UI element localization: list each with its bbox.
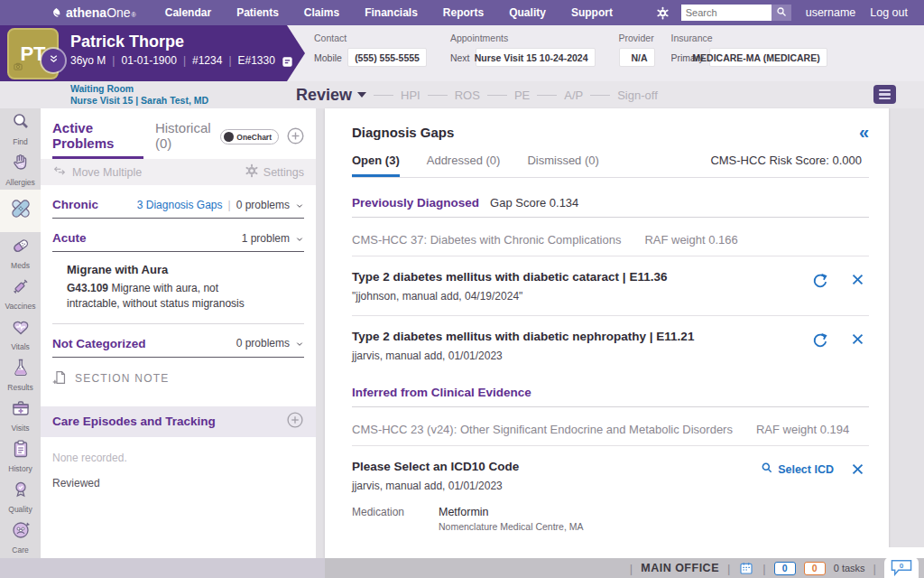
sidebar-item-vitals[interactable]: Vitals (0, 313, 41, 354)
gap-item-title: Please Select an ICD10 Code (352, 460, 761, 473)
step-review[interactable]: Review (296, 86, 366, 105)
move-multiple-button[interactable]: Move Multiple (52, 164, 142, 180)
sidebar-item-history[interactable]: History (0, 435, 41, 476)
problems-toolbar: Move Multiple Settings (41, 159, 316, 185)
appointments-section-label: Appointments (450, 33, 596, 43)
patient-name[interactable]: Patrick Thorpe (70, 33, 293, 51)
readdress-gap-button[interactable] (811, 272, 828, 292)
nav-claims[interactable]: Claims (291, 6, 352, 19)
cms-hcc-risk-score: CMS-HCC Risk Score: 0.000 (710, 154, 862, 177)
sidebar-item-allergies[interactable]: Allergies (0, 149, 41, 190)
care-team-icon (10, 519, 32, 545)
redo-arrow-icon (811, 272, 828, 292)
logout-link[interactable]: Log out (870, 6, 908, 19)
syringe-icon (10, 275, 32, 301)
nav-quality[interactable]: Quality (496, 6, 559, 19)
step-pe[interactable]: PE (514, 89, 530, 102)
encounter-visit-line[interactable]: Nurse Visit 15 | Sarah Test, MD (70, 95, 208, 106)
urgent-count-badge[interactable]: 0 (804, 562, 826, 575)
chronic-section-header: Chronic 3 Diagnosis Gaps | 0 problems (52, 198, 304, 219)
add-problem-button[interactable] (286, 126, 305, 148)
tab-dismissed-gaps[interactable]: Dismissed (0) (527, 154, 598, 177)
sidebar-item-problems[interactable] (0, 190, 41, 232)
tab-active-problems[interactable]: Active Problems (52, 120, 143, 159)
collapse-panel-button[interactable]: « (859, 123, 869, 141)
encounter-location[interactable]: Waiting Room (70, 83, 208, 94)
patient-encounter-number: E#1330 (238, 54, 275, 67)
select-icd-button[interactable]: Select ICD (761, 461, 834, 477)
chronic-collapse-chevron-icon[interactable] (295, 202, 304, 210)
sidebar-item-vaccines[interactable]: Vaccines (0, 273, 41, 313)
next-appointment-field[interactable]: Nurse Visit 15 10-24-2024 (476, 48, 596, 67)
evidence-type-label: Medication (352, 506, 439, 532)
section-note-button[interactable]: SECTION NOTE (52, 369, 304, 388)
evidence-medication-name: Metformin (439, 506, 583, 518)
acute-title[interactable]: Acute (52, 231, 87, 245)
tasks-count[interactable]: 0 tasks (834, 563, 865, 573)
chronic-title[interactable]: Chronic (52, 198, 98, 211)
top-navigation: athenaOne® Calendar Patients Claims Fina… (0, 0, 924, 25)
reviewed-text[interactable]: Reviewed (52, 477, 304, 489)
chronic-diagnosis-gaps-link[interactable]: 3 Diagnosis Gaps (137, 199, 223, 211)
provider-field[interactable]: N/A (619, 48, 655, 67)
department-selector[interactable]: MAIN OFFICE (641, 562, 719, 574)
not-categorized-collapse-chevron-icon[interactable] (295, 340, 304, 348)
sidebar-item-find[interactable]: Find (0, 108, 41, 149)
sidebar-item-visits[interactable]: Visits (0, 395, 41, 435)
chat-button[interactable]: 0 (884, 557, 919, 578)
step-ros[interactable]: ROS (455, 89, 480, 102)
username-menu[interactable]: username (806, 6, 856, 19)
global-search (681, 5, 791, 21)
step-signoff[interactable]: Sign-off (617, 89, 658, 102)
not-categorized-problem-count: 0 problems (236, 337, 290, 350)
not-categorized-title[interactable]: Not Categorized (52, 337, 146, 350)
inferred-heading: Inferred from Clinical Evidence (352, 386, 531, 399)
search-button[interactable] (772, 5, 791, 21)
acute-collapse-chevron-icon[interactable] (295, 236, 304, 243)
find-icon (10, 111, 32, 136)
dismiss-gap-button[interactable] (850, 331, 865, 350)
gap-item-source: jjarvis, manual add, 01/01/2023 (352, 350, 811, 362)
problem-icd-code: G43.109 (67, 282, 108, 294)
nav-patients[interactable]: Patients (224, 6, 291, 19)
nav-support[interactable]: Support (559, 6, 625, 19)
readdress-gap-button[interactable] (811, 331, 828, 351)
dismiss-gap-button[interactable] (850, 461, 865, 480)
dismiss-gap-button[interactable] (850, 272, 865, 290)
tab-open-gaps[interactable]: Open (3) (352, 154, 400, 177)
sidebar-item-care[interactable]: Care (0, 517, 41, 557)
expand-patient-banner-button[interactable] (42, 49, 65, 72)
sidebar-item-results[interactable]: Results (0, 354, 41, 395)
problem-migraine-item[interactable]: Migrane with Aura G43.109 Migrane with a… (52, 263, 304, 324)
primary-insurance-field[interactable]: MEDICARE-MA (MEDICARE) (709, 48, 827, 67)
sidebar-item-meds[interactable]: Meds (0, 232, 41, 273)
encounter-note-icon[interactable] (282, 56, 293, 68)
step-ap[interactable]: A/P (564, 89, 583, 102)
double-chevron-left-icon: « (859, 122, 869, 142)
sidebar-item-quality[interactable]: Quality (0, 476, 41, 517)
tab-historical[interactable]: Historical (0) (155, 120, 220, 159)
heart-icon (10, 316, 32, 341)
gear-icon[interactable] (656, 6, 670, 20)
encounter-menu-button[interactable] (873, 85, 896, 104)
onechart-toggle[interactable]: OneChart (220, 129, 279, 144)
nav-financials[interactable]: Financials (352, 6, 430, 19)
problems-settings-button[interactable]: Settings (245, 163, 304, 181)
care-episodes-empty-text: None recorded. (52, 452, 304, 464)
insurance-section-label: Insurance (671, 33, 827, 43)
inbox-count-badge[interactable]: 0 (774, 562, 796, 575)
nav-calendar[interactable]: Calendar (152, 6, 224, 19)
chevron-down-icon (357, 92, 366, 98)
nav-reports[interactable]: Reports (430, 6, 496, 19)
mobile-field[interactable]: (555) 555-5555 (347, 48, 427, 67)
acute-section-header: Acute 1 problem (52, 231, 304, 252)
add-care-episode-button[interactable] (286, 411, 304, 432)
schedule-calendar-icon[interactable] (738, 561, 754, 575)
athenaone-logo[interactable]: athenaOne® (51, 5, 136, 21)
step-hpi[interactable]: HPI (401, 89, 420, 102)
tab-addressed-gaps[interactable]: Addressed (0) (427, 154, 501, 177)
hcc-23-raf-weight: RAF weight 0.194 (756, 423, 849, 436)
search-input[interactable] (681, 5, 772, 21)
hcc-23-label: CMS-HCC 23 (v24): Other Significant Endo… (352, 423, 733, 436)
contact-group: Contact Mobile (555) 555-5555 (314, 33, 427, 67)
